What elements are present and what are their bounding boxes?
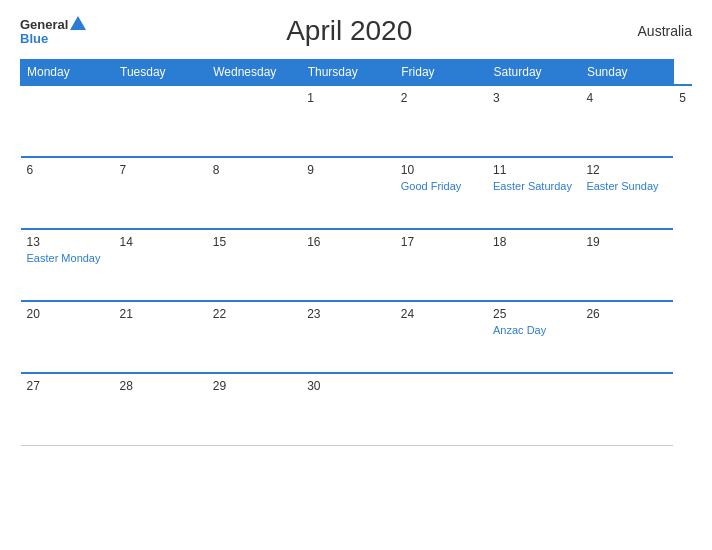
day-number: 7 xyxy=(120,163,201,177)
calendar-cell xyxy=(580,373,673,445)
day-number: 30 xyxy=(307,379,389,393)
col-friday: Friday xyxy=(395,60,487,86)
calendar-cell: 13Easter Monday xyxy=(21,229,114,301)
day-number: 2 xyxy=(401,91,481,105)
calendar-cell: 16 xyxy=(301,229,395,301)
calendar-header: Monday Tuesday Wednesday Thursday Friday… xyxy=(21,60,693,86)
day-number: 6 xyxy=(27,163,108,177)
calendar-cell: 28 xyxy=(114,373,207,445)
calendar-cell xyxy=(207,85,301,157)
calendar-cell xyxy=(487,373,580,445)
col-wednesday: Wednesday xyxy=(207,60,301,86)
calendar-body: 12345678910Good Friday11Easter Saturday1… xyxy=(21,85,693,445)
calendar-cell: 24 xyxy=(395,301,487,373)
calendar-week-row: 678910Good Friday11Easter Saturday12East… xyxy=(21,157,693,229)
calendar-cell: 8 xyxy=(207,157,301,229)
calendar-cell: 1 xyxy=(301,85,395,157)
holiday-label: Easter Sunday xyxy=(586,180,667,192)
col-thursday: Thursday xyxy=(301,60,395,86)
day-number: 3 xyxy=(493,91,574,105)
day-number: 19 xyxy=(586,235,667,249)
calendar-cell: 21 xyxy=(114,301,207,373)
day-number: 16 xyxy=(307,235,389,249)
day-number: 26 xyxy=(586,307,667,321)
calendar-cell: 9 xyxy=(301,157,395,229)
calendar-cell: 15 xyxy=(207,229,301,301)
logo-triangle-icon xyxy=(70,16,86,30)
day-number: 12 xyxy=(586,163,667,177)
calendar-title: April 2020 xyxy=(86,15,612,47)
calendar-cell: 11Easter Saturday xyxy=(487,157,580,229)
calendar-cell: 25Anzac Day xyxy=(487,301,580,373)
header: General Blue April 2020 Australia xyxy=(20,15,692,47)
col-saturday: Saturday xyxy=(487,60,580,86)
calendar-cell: 27 xyxy=(21,373,114,445)
day-number: 29 xyxy=(213,379,295,393)
day-number: 21 xyxy=(120,307,201,321)
calendar-cell: 23 xyxy=(301,301,395,373)
calendar-cell: 26 xyxy=(580,301,673,373)
calendar-cell: 10Good Friday xyxy=(395,157,487,229)
calendar-cell xyxy=(21,85,114,157)
calendar-cell: 17 xyxy=(395,229,487,301)
calendar-week-row: 13Easter Monday141516171819 xyxy=(21,229,693,301)
holiday-label: Easter Monday xyxy=(27,252,108,264)
day-number: 8 xyxy=(213,163,295,177)
calendar-cell: 22 xyxy=(207,301,301,373)
country-label: Australia xyxy=(612,23,692,39)
calendar-cell: 20 xyxy=(21,301,114,373)
day-number: 13 xyxy=(27,235,108,249)
day-number: 5 xyxy=(679,91,686,105)
calendar-cell: 19 xyxy=(580,229,673,301)
day-number: 18 xyxy=(493,235,574,249)
holiday-label: Easter Saturday xyxy=(493,180,574,192)
logo-blue-text: Blue xyxy=(20,32,86,46)
day-number: 17 xyxy=(401,235,481,249)
day-number: 27 xyxy=(27,379,108,393)
holiday-label: Anzac Day xyxy=(493,324,574,336)
calendar-cell: 5 xyxy=(673,85,692,157)
calendar-cell: 7 xyxy=(114,157,207,229)
calendar-cell: 18 xyxy=(487,229,580,301)
day-number: 15 xyxy=(213,235,295,249)
day-number: 28 xyxy=(120,379,201,393)
calendar-week-row: 27282930 xyxy=(21,373,693,445)
holiday-label: Good Friday xyxy=(401,180,481,192)
weekday-header-row: Monday Tuesday Wednesday Thursday Friday… xyxy=(21,60,693,86)
calendar-cell: 4 xyxy=(580,85,673,157)
day-number: 11 xyxy=(493,163,574,177)
calendar-cell: 3 xyxy=(487,85,580,157)
calendar-cell: 2 xyxy=(395,85,487,157)
day-number: 22 xyxy=(213,307,295,321)
calendar-cell: 6 xyxy=(21,157,114,229)
day-number: 20 xyxy=(27,307,108,321)
day-number: 14 xyxy=(120,235,201,249)
logo: General Blue xyxy=(20,16,86,46)
calendar-week-row: 12345 xyxy=(21,85,693,157)
page: General Blue April 2020 Australia Monday… xyxy=(0,0,712,550)
day-number: 4 xyxy=(586,91,667,105)
col-monday: Monday xyxy=(21,60,114,86)
day-number: 24 xyxy=(401,307,481,321)
col-sunday: Sunday xyxy=(580,60,673,86)
day-number: 25 xyxy=(493,307,574,321)
col-tuesday: Tuesday xyxy=(114,60,207,86)
day-number: 1 xyxy=(307,91,389,105)
calendar-cell xyxy=(395,373,487,445)
calendar-week-row: 202122232425Anzac Day26 xyxy=(21,301,693,373)
logo-block: General Blue xyxy=(20,16,86,46)
day-number: 10 xyxy=(401,163,481,177)
calendar-table: Monday Tuesday Wednesday Thursday Friday… xyxy=(20,59,692,446)
calendar-cell: 12Easter Sunday xyxy=(580,157,673,229)
logo-general-text: General xyxy=(20,18,68,32)
day-number: 9 xyxy=(307,163,389,177)
calendar-cell: 29 xyxy=(207,373,301,445)
day-number: 23 xyxy=(307,307,389,321)
calendar-cell: 14 xyxy=(114,229,207,301)
calendar-cell xyxy=(114,85,207,157)
calendar-cell: 30 xyxy=(301,373,395,445)
